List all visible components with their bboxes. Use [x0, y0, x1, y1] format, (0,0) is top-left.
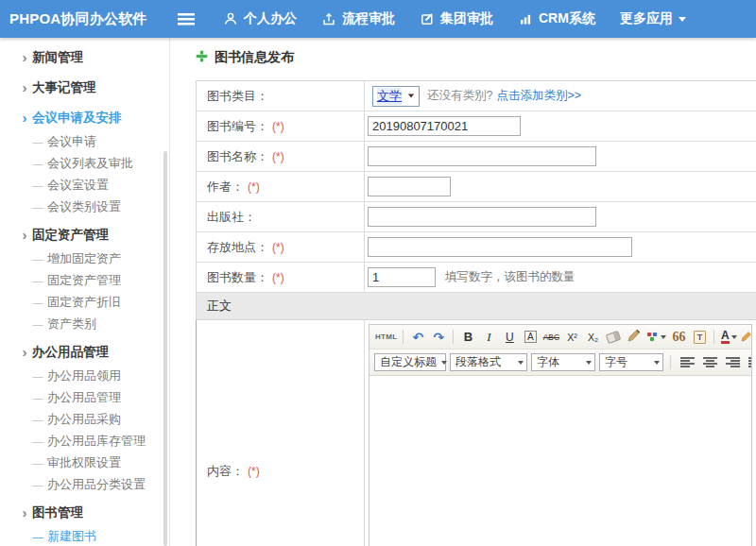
bar-chart-icon [518, 11, 533, 26]
sidebar-group-news[interactable]: 新闻管理 [0, 45, 169, 70]
sidebar-item-supplies-manage[interactable]: 办公用品管理 [0, 386, 169, 408]
sidebar-item-asset-manage[interactable]: 固定资产管理 [0, 269, 169, 291]
dash-icon [28, 473, 47, 496]
required-mark: (*) [272, 150, 284, 163]
nav-group-approval[interactable]: 集团审批 [420, 10, 493, 27]
sidebar-item-supplies-category[interactable]: 办公用品分类设置 [0, 473, 169, 495]
editor-undo-button[interactable]: ↶ [408, 328, 427, 347]
chevron-right-icon [17, 223, 32, 248]
field-label: 出版社： [207, 209, 256, 226]
editor-redo-button[interactable]: ↷ [429, 328, 448, 347]
editor-align-left-button[interactable] [678, 353, 696, 372]
editor-font-color-button[interactable]: A [719, 328, 738, 347]
page-title: 图书信息发布 [196, 49, 756, 66]
editor-blockquote-button[interactable]: 66 [669, 328, 688, 347]
no-category-hint: 还没有类别? [427, 88, 492, 104]
field-publisher-row: 出版社： [197, 202, 756, 232]
sidebar-group-assets[interactable]: 固定资产管理 [0, 223, 169, 247]
editor-align-center-button[interactable] [700, 353, 719, 372]
editor-content-area[interactable] [369, 376, 751, 546]
sidebar-item-asset-depreciation[interactable]: 固定资产折旧 [0, 291, 169, 313]
add-category-link[interactable]: 点击添加类别>> [496, 88, 581, 104]
field-author-row: 作者：(*) [197, 172, 756, 202]
editor-source-button[interactable]: HTML [374, 328, 398, 347]
sidebar-item-supplies-stock[interactable]: 办公用品库存管理 [0, 430, 169, 452]
sidebar-item-meeting-apply[interactable]: 会议申请 [0, 130, 169, 152]
caret-down-icon [518, 361, 524, 365]
nav-personal-office[interactable]: 个人办公 [223, 10, 297, 27]
topbar: PHPOA协同办公软件 个人办公 流程审批 [0, 0, 756, 38]
editor-auto-typeset-button[interactable] [645, 328, 667, 347]
field-book-number-row: 图书编号：(*) [197, 111, 756, 142]
nav-workflow-approval[interactable]: 流程审批 [321, 10, 395, 27]
dash-icon [28, 152, 47, 175]
field-label: 作者： [207, 179, 244, 196]
editor-bold-button[interactable]: B [458, 328, 477, 347]
sidebar-group-memo[interactable]: 大事记管理 [0, 76, 169, 100]
author-input[interactable] [368, 177, 451, 196]
field-content-row: 内容：(*) HTML ↶ ↷ B I U A [196, 320, 756, 546]
dash-icon [28, 430, 47, 452]
sidebar-item-asset-category[interactable]: 资产类别 [0, 313, 169, 334]
menu-toggle-icon[interactable] [178, 13, 195, 26]
editor-highlight-button[interactable] [740, 328, 752, 347]
sidebar-item-meeting-room[interactable]: 会议室设置 [0, 174, 169, 196]
field-label: 图书数量： [207, 269, 268, 286]
sidebar-group-supplies[interactable]: 办公用品管理 [0, 340, 169, 365]
publisher-input[interactable] [368, 207, 596, 227]
editor-fontsize-select[interactable]: 字号 [599, 353, 663, 371]
dash-icon [28, 247, 47, 270]
marker-pen-icon [741, 329, 752, 346]
nav-more-apps[interactable]: 更多应用 [620, 10, 686, 27]
quantity-input[interactable] [368, 267, 436, 287]
dash-icon [28, 452, 47, 474]
editor-subscript-button[interactable]: X₂ [583, 328, 602, 347]
location-input[interactable] [368, 237, 632, 257]
dash-icon [28, 130, 47, 153]
editor-char-border-button[interactable]: A [521, 328, 540, 347]
dash-icon [28, 291, 47, 314]
editor-strikethrough-button[interactable]: ABC [541, 328, 560, 347]
editor-superscript-button[interactable]: X² [562, 328, 581, 347]
editor-paragraph-select[interactable]: 段落格式 [450, 353, 527, 371]
align-justify-icon [748, 357, 753, 367]
compose-icon [420, 11, 435, 26]
required-mark: (*) [272, 120, 284, 133]
editor-underline-button[interactable]: U [500, 328, 519, 347]
dash-icon [28, 269, 47, 292]
nav-crm[interactable]: CRM系统 [518, 10, 595, 27]
top-nav: 个人办公 流程审批 集团审批 CRM系统 [223, 10, 686, 27]
sidebar: 新闻管理 大事记管理 会议申请及安排 会议申请 会议列表及审批 会议室设置 会议… [0, 38, 170, 546]
editor-remove-format-button[interactable] [604, 328, 623, 347]
book-name-input[interactable] [368, 146, 596, 166]
sidebar-group-meeting[interactable]: 会议申请及安排 [0, 106, 169, 130]
editor-italic-button[interactable]: I [479, 328, 498, 347]
sidebar-item-book-new[interactable]: 新建图书 [0, 525, 169, 546]
rich-text-editor: HTML ↶ ↷ B I U A ABC X² X₂ [369, 324, 752, 546]
editor-font-select[interactable]: 字体 [531, 353, 595, 371]
toolbar-separator [403, 330, 404, 344]
caret-down-icon [661, 335, 666, 339]
sidebar-item-meeting-list[interactable]: 会议列表及审批 [0, 152, 169, 174]
editor-align-right-button[interactable] [723, 353, 742, 372]
editor-format-painter-button[interactable] [625, 328, 644, 347]
chevron-right-icon [17, 106, 32, 131]
editor-paste-text-button[interactable]: T [690, 328, 709, 347]
editor-style-select[interactable]: 自定义标题 [374, 353, 446, 371]
field-quantity-row: 图书数量：(*) 填写数字，该图书的数量 [197, 263, 756, 293]
book-number-input[interactable] [368, 116, 521, 136]
workflow-icon [321, 11, 336, 26]
required-mark: (*) [272, 271, 284, 284]
sidebar-item-supplies-purchase[interactable]: 办公用品采购 [0, 408, 169, 430]
book-category-select[interactable]: 文学 [372, 86, 420, 107]
sidebar-item-asset-add[interactable]: 增加固定资产 [0, 247, 169, 269]
sidebar-group-books[interactable]: 图书管理 [0, 501, 169, 525]
editor-align-justify-button[interactable] [746, 353, 752, 372]
sidebar-scrollbar[interactable] [163, 151, 167, 546]
sidebar-item-meeting-type[interactable]: 会议类别设置 [0, 196, 169, 217]
sidebar-item-supplies-claim[interactable]: 办公用品领用 [0, 365, 169, 386]
dash-icon [28, 174, 47, 196]
sidebar-item-approval-permission[interactable]: 审批权限设置 [0, 452, 169, 473]
dash-icon [28, 386, 47, 409]
toolbar-separator [453, 330, 454, 344]
